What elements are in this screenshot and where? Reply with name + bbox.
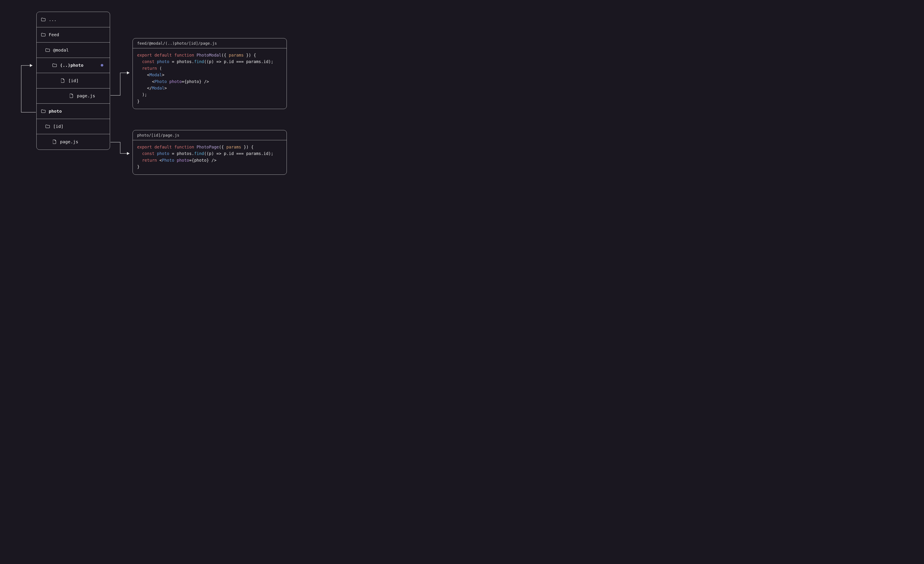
code-panel-page: photo/[id]/page.js export default functi… — [132, 130, 287, 175]
arrow-to-page-code — [111, 140, 134, 158]
file-icon — [60, 79, 65, 83]
tree-row-photo-id: [id] — [37, 119, 110, 134]
folder-icon — [45, 125, 50, 128]
code-panel-title: photo/[id]/page.js — [133, 130, 286, 140]
tree-row-label: page.js — [60, 139, 78, 144]
tree-row-label: @modal — [53, 48, 69, 53]
tree-row-root: ... — [37, 12, 110, 27]
folder-icon — [45, 48, 50, 52]
tree-row-label: (..)photo — [60, 63, 83, 68]
tree-row-modal-slot: @modal — [37, 42, 110, 58]
folder-icon — [41, 109, 46, 113]
folder-icon — [41, 33, 46, 37]
code-panel-body: export default function PhotoPage({ para… — [133, 140, 286, 174]
tree-row-photo: photo — [37, 104, 110, 119]
folder-icon — [52, 63, 57, 67]
folder-icon — [41, 18, 46, 21]
arrow-to-modal-code — [111, 69, 134, 99]
tree-row-intercept-photo: (..)photo — [37, 58, 110, 73]
svg-marker-1 — [127, 71, 129, 74]
svg-marker-0 — [30, 64, 33, 67]
code-panel-body: export default function PhotoModal({ par… — [133, 48, 286, 109]
tree-row-label: page.js — [77, 93, 95, 98]
svg-marker-2 — [127, 152, 129, 155]
tree-row-label: Feed — [49, 32, 59, 37]
file-icon — [69, 94, 74, 98]
code-panel-title: feed/@modal/(..)photo/[id]/page.js — [133, 38, 286, 48]
tree-row-label: ... — [49, 17, 57, 22]
code-panel-modal: feed/@modal/(..)photo/[id]/page.js expor… — [132, 38, 287, 109]
tree-row-feed: Feed — [37, 27, 110, 43]
status-dot — [101, 64, 104, 66]
tree-row-page-js-photo: page.js — [37, 134, 110, 150]
tree-row-page-js-modal: page.js — [37, 89, 110, 104]
tree-row-label: photo — [49, 108, 62, 114]
file-tree-panel: ... Feed @modal (..)photo [id] page.js p… — [36, 12, 110, 150]
arrow-intercept — [15, 63, 39, 115]
tree-row-label: [id] — [68, 78, 79, 83]
file-icon — [52, 140, 57, 144]
tree-row-id-segment: [id] — [37, 73, 110, 89]
tree-row-label: [id] — [53, 124, 63, 129]
